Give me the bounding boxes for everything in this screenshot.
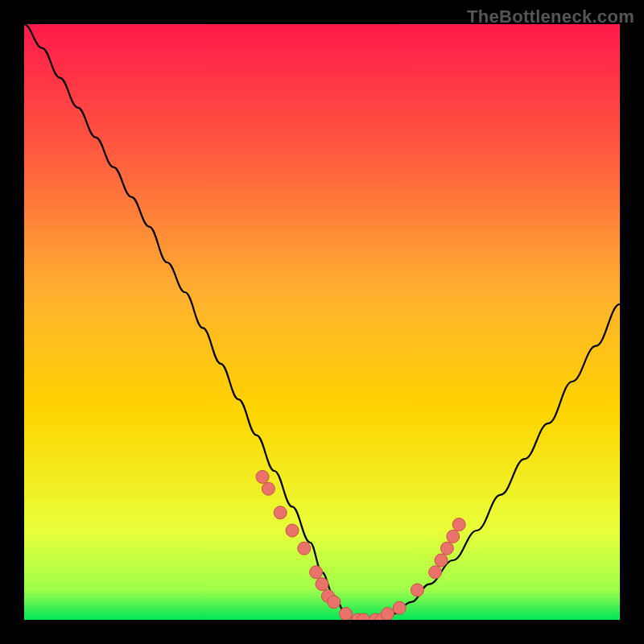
curve-marker [440,542,453,555]
curve-marker [256,470,269,483]
curve-marker [381,608,394,620]
curve-marker [452,518,465,531]
curve-marker [316,578,328,591]
curve-marker [286,524,299,537]
curve-marker [274,506,287,519]
curve-marker [328,596,341,609]
curve-marker [393,601,406,614]
gradient-background [24,24,620,620]
curve-marker [340,608,353,620]
curve-marker [298,542,311,555]
curve-marker [435,554,448,567]
curve-marker [411,584,423,597]
curve-marker [447,530,460,543]
chart-plot-area [24,24,620,620]
curve-marker [262,482,275,495]
curve-marker [310,566,323,579]
curve-marker [429,566,442,579]
chart-svg [24,24,620,620]
